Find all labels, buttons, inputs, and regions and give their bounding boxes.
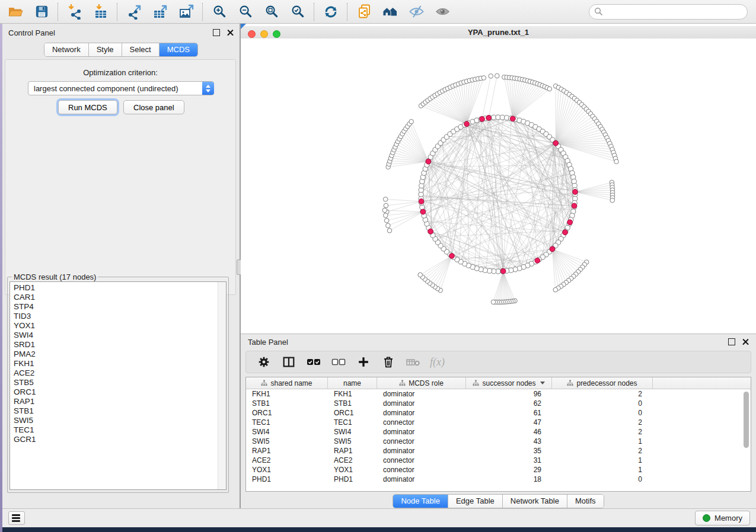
table-row[interactable]: PHD1PHD1dominator180	[246, 475, 751, 484]
tab-node-table[interactable]: Node Table	[393, 495, 448, 508]
close-panel-icon[interactable]	[742, 339, 749, 345]
network-node[interactable]	[610, 198, 615, 203]
deselect-all-button[interactable]	[330, 354, 347, 370]
import-network-button[interactable]	[62, 2, 88, 22]
network-node[interactable]	[491, 300, 496, 305]
memory-button[interactable]: Memory	[695, 511, 750, 525]
dominator-node[interactable]	[464, 121, 470, 127]
dominator-node[interactable]	[428, 229, 433, 234]
dominator-node[interactable]	[486, 116, 492, 121]
mcds-result-item[interactable]: ACE2	[14, 368, 226, 378]
close-panel-icon[interactable]	[227, 30, 234, 36]
table-row[interactable]: FKH1FKH1dominator962	[246, 389, 751, 399]
mcds-result-item[interactable]: STB1	[14, 406, 226, 416]
table-row[interactable]: SWI5SWI5connector431	[246, 437, 751, 446]
select-all-button[interactable]	[305, 354, 322, 370]
network-node[interactable]	[547, 86, 552, 91]
table-settings-button[interactable]	[256, 354, 272, 370]
dominator-node[interactable]	[535, 258, 540, 263]
zoom-in-button[interactable]	[206, 2, 232, 22]
mcds-result-item[interactable]: YOX1	[14, 321, 226, 331]
table-scrollbar-thumb[interactable]	[744, 392, 749, 448]
close-panel-button[interactable]: Close panel	[123, 100, 184, 114]
dominator-node[interactable]	[500, 268, 506, 274]
table-row[interactable]: STB1STB1dominator620	[246, 399, 751, 408]
dominator-node[interactable]	[573, 190, 578, 195]
zoom-out-button[interactable]	[232, 2, 259, 22]
task-history-button[interactable]	[8, 511, 25, 525]
mcds-result-item[interactable]: GCR1	[14, 435, 226, 444]
float-panel-icon[interactable]	[728, 338, 735, 345]
float-panel-icon[interactable]	[213, 29, 220, 36]
export-network-button[interactable]	[121, 2, 147, 22]
tab-mcds[interactable]: MCDS	[160, 43, 197, 56]
dominator-node[interactable]	[553, 140, 559, 146]
minimize-window-icon[interactable]	[260, 30, 268, 38]
import-table-button[interactable]	[88, 2, 114, 22]
network-node[interactable]	[489, 74, 493, 79]
add-column-button[interactable]	[355, 354, 372, 370]
mcds-result-item[interactable]: SRD1	[14, 340, 226, 350]
column-header-predecessor-nodes[interactable]: predecessor nodes	[552, 377, 653, 389]
search-input[interactable]	[607, 7, 742, 17]
dominator-node[interactable]	[567, 220, 573, 225]
mcds-result-item[interactable]: PMA2	[14, 350, 226, 359]
network-node[interactable]	[387, 228, 392, 233]
search-box[interactable]	[589, 4, 748, 20]
tab-style[interactable]: Style	[89, 43, 122, 56]
mcds-result-item[interactable]: STP4	[14, 302, 226, 312]
mcds-result-item[interactable]: SWI4	[14, 331, 226, 340]
function-builder-button[interactable]: f(x)	[430, 356, 445, 368]
network-node[interactable]	[553, 287, 558, 292]
tab-motifs[interactable]: Motifs	[567, 495, 604, 508]
mcds-result-listbox[interactable]: PHD1CAR1STP4TID3YOX1SWI4SRD1PMA2FKH1ACE2…	[9, 281, 227, 490]
dominator-node[interactable]	[449, 254, 455, 259]
dominator-node[interactable]	[510, 116, 515, 121]
dominator-node[interactable]	[426, 159, 431, 164]
mcds-result-item[interactable]: SWI5	[14, 416, 226, 425]
zoom-fit-button[interactable]	[259, 2, 285, 22]
close-window-icon[interactable]	[248, 30, 256, 38]
network-node[interactable]	[384, 213, 388, 218]
run-mcds-button[interactable]: Run MCDS	[58, 100, 117, 114]
mcds-result-item[interactable]: RAP1	[14, 397, 226, 406]
tab-edge-table[interactable]: Edge Table	[448, 495, 503, 508]
network-node[interactable]	[614, 159, 619, 164]
column-header-shared-name[interactable]: shared name	[246, 377, 328, 389]
tab-select[interactable]: Select	[122, 43, 160, 56]
dominator-node[interactable]	[563, 230, 568, 235]
mcds-scrollbar-track[interactable]	[218, 282, 226, 489]
first-neighbors-button[interactable]	[377, 2, 403, 22]
hide-selected-button[interactable]	[403, 2, 429, 22]
mcds-result-item[interactable]: ORC1	[14, 387, 226, 397]
delete-column-button[interactable]	[380, 354, 397, 370]
network-node[interactable]	[382, 208, 387, 213]
mcds-result-item[interactable]: PHD1	[14, 283, 226, 293]
show-columns-button[interactable]	[280, 354, 297, 370]
mcds-result-item[interactable]: FKH1	[14, 359, 226, 368]
column-header-name[interactable]: name	[328, 377, 377, 389]
table-scrollbar-track[interactable]	[744, 392, 749, 489]
dominator-node[interactable]	[480, 116, 485, 121]
network-node[interactable]	[418, 273, 423, 277]
dominator-node[interactable]	[419, 199, 424, 204]
mcds-result-item[interactable]: TID3	[14, 312, 226, 321]
network-node[interactable]	[383, 197, 388, 201]
tab-network-table[interactable]: Network Table	[503, 495, 567, 508]
network-node[interactable]	[384, 218, 389, 223]
network-node[interactable]	[409, 119, 414, 124]
new-network-from-selection-button[interactable]	[351, 2, 377, 22]
network-node[interactable]	[481, 76, 486, 81]
open-session-button[interactable]	[2, 2, 28, 22]
network-canvas[interactable]	[241, 39, 756, 334]
dominator-node[interactable]	[550, 246, 555, 252]
maximize-window-icon[interactable]	[273, 30, 280, 38]
network-titlebar[interactable]: YPA_prune.txt_1	[241, 26, 756, 39]
column-header-successor-nodes[interactable]: successor nodes	[466, 377, 552, 389]
refresh-view-button[interactable]	[318, 2, 344, 22]
export-image-button[interactable]	[173, 2, 199, 22]
network-node[interactable]	[384, 203, 388, 208]
show-all-button[interactable]	[429, 2, 455, 22]
criterion-select[interactable]: largest connected component (undirected)	[28, 81, 214, 95]
mcds-result-item[interactable]: CAR1	[14, 293, 226, 302]
